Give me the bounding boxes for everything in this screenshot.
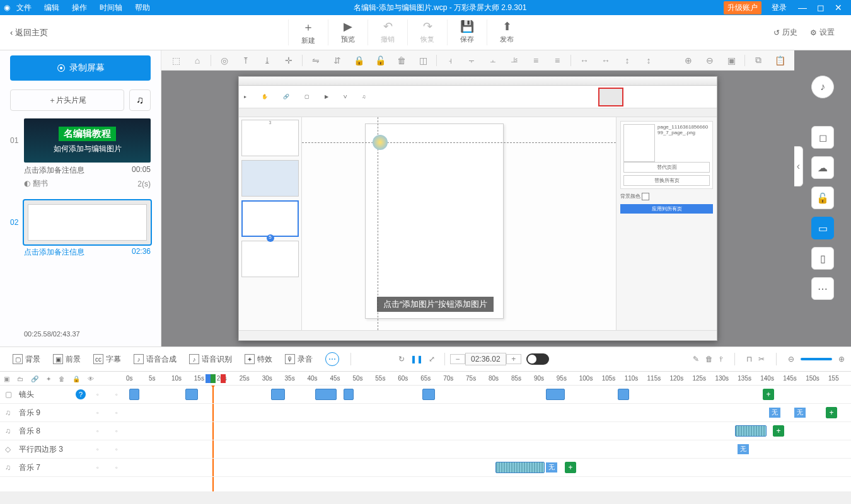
settings-button[interactable]: ⚙设置 (804, 27, 841, 38)
canvas[interactable]: ▸✋🔗▢▶V♫ 3 5 (161, 71, 794, 346)
clip-note[interactable]: 点击添加备注信息 (24, 247, 84, 258)
track-shape[interactable]: ◇平行四边形 3 ◦◦ 无 (0, 440, 851, 459)
tool-paste[interactable]: 📋 (769, 53, 790, 68)
tool-unlock[interactable]: 🔓 (369, 53, 391, 68)
clip-item-2[interactable]: 02 点击添加备注信息02:36 (10, 200, 151, 260)
record-screen-button[interactable]: ⦿录制屏幕 (10, 55, 151, 81)
tool-home[interactable]: ⌂ (187, 53, 208, 68)
tt-fg[interactable]: ▣前景 (47, 354, 87, 365)
maximize-button[interactable]: ◻ (812, 3, 830, 13)
tt-asr[interactable]: ♪语音识别 (183, 354, 238, 365)
clip-thumbnail[interactable]: 名编辑教程 如何添加与编辑图片 (24, 118, 151, 163)
tl-trash[interactable]: 🗑 (705, 355, 713, 364)
tool-a2[interactable]: ⫟ (461, 53, 482, 68)
tt-bg[interactable]: ▢背景 (6, 354, 47, 365)
tool-align-top[interactable]: ⤒ (235, 53, 257, 68)
zoom-out[interactable]: ⊖ (699, 53, 721, 68)
rt-trash-icon[interactable]: 🗑 (59, 375, 65, 382)
save-button[interactable]: 💾保存 (447, 20, 487, 45)
clip-thumbnail[interactable] (24, 200, 151, 244)
track-music9[interactable]: ♫音乐 9 ◦◦ 无 无 + (0, 404, 851, 422)
tool-flip-h[interactable]: ⇋ (305, 53, 327, 68)
transition-name[interactable]: 翻书 (33, 179, 48, 188)
fullscreen-button[interactable]: ⤢ (424, 355, 439, 364)
back-home-button[interactable]: ‹ 返回主页 (0, 27, 58, 38)
tl-filter[interactable]: ⫯ (719, 355, 723, 364)
timeline[interactable]: ▢镜头 ? ◦◦ + ♫音乐 9 ◦◦ 无 无 + ♫音乐 8 ◦◦ + (0, 386, 851, 491)
close-button[interactable]: ✕ (830, 3, 847, 13)
tool-d1[interactable]: ↔ (574, 53, 595, 68)
tool-lock[interactable]: 🔒 (348, 53, 369, 68)
loop-button[interactable]: ↻ (394, 355, 409, 364)
tc-plus[interactable]: + (506, 354, 521, 364)
tool-cursor[interactable]: ⬚ (165, 53, 187, 68)
tool-a5[interactable]: ≡ (525, 53, 547, 68)
upgrade-button[interactable]: 升级账户 (724, 1, 761, 14)
timeline-ruler[interactable]: ▣ 🗀 🔗 ✦ 🗑 🔒 👁 0s5s10s15s20s25s30s35s40s4… (0, 372, 851, 386)
tt-tts[interactable]: ♪语音合成 (127, 354, 183, 365)
rt-eye-icon[interactable]: 👁 (88, 375, 94, 382)
rt-cloud[interactable]: ☁ (811, 156, 834, 179)
tool-a1[interactable]: ⫞ (439, 53, 461, 68)
history-button[interactable]: ↺历史 (767, 27, 804, 38)
tl-cut[interactable]: ✂ (758, 355, 765, 364)
tool-d4[interactable]: ↕ (638, 53, 659, 68)
rt-link-icon[interactable]: 🔗 (31, 375, 38, 382)
tool-d3[interactable]: ↕ (617, 53, 638, 68)
minimize-button[interactable]: — (793, 3, 812, 13)
tool-d2[interactable]: ↔ (595, 53, 617, 68)
tool-crop[interactable]: ◫ (412, 53, 434, 68)
preview-button[interactable]: ▶预览 (328, 20, 368, 45)
tl-edit[interactable]: ✎ (693, 355, 699, 364)
rt-music[interactable]: ♪ (811, 76, 834, 98)
rt-mobile[interactable]: ▯ (811, 247, 834, 270)
track-camera[interactable]: ▢镜头 ? ◦◦ + (0, 386, 851, 404)
clip-note[interactable]: 点击添加备注信息 (24, 165, 84, 176)
menu-action[interactable]: 操作 (66, 3, 93, 13)
tool-target[interactable]: ◎ (214, 53, 235, 68)
tool-a3[interactable]: ⫠ (482, 53, 504, 68)
tool-delete[interactable]: 🗑 (391, 53, 412, 68)
track-music7[interactable]: ♫音乐 7 ◦◦ 无 + (0, 459, 851, 477)
menu-help[interactable]: 帮助 (129, 3, 156, 13)
tool-align-bottom[interactable]: ⤓ (257, 53, 278, 68)
tool-a6[interactable]: ≡ (547, 53, 568, 68)
menu-timeline[interactable]: 时间轴 (93, 3, 129, 13)
rt-more[interactable]: ⋯ (811, 277, 834, 300)
pause-button[interactable]: ❚❚ (409, 355, 424, 364)
undo-button[interactable]: ↶撤销 (368, 20, 407, 45)
rt-fx-icon[interactable]: ✦ (46, 375, 51, 382)
rt-camera-icon[interactable]: ▣ (4, 375, 9, 382)
zoom-in[interactable]: ⊕ (678, 53, 699, 68)
clip-item-1[interactable]: 01 名编辑教程 如何添加与编辑图片 点击添加备注信息00:05 ◐翻书2(s) (10, 118, 151, 194)
tl-zoom-out[interactable]: ⊖ (788, 355, 794, 364)
menu-file[interactable]: 文件 (10, 3, 38, 13)
tl-zoom-in[interactable]: ⊕ (838, 355, 845, 364)
login-button[interactable]: 登录 (765, 3, 793, 13)
track-help[interactable]: ? (76, 389, 86, 399)
tl-magnet[interactable]: ⊓ (746, 355, 752, 364)
tc-minus[interactable]: − (450, 354, 465, 364)
tool-align-center[interactable]: ✛ (278, 53, 299, 68)
zoom-fit[interactable]: ▣ (721, 53, 742, 68)
redo-button[interactable]: ↷恢复 (407, 20, 447, 45)
bgm-button[interactable]: ♫ (129, 89, 151, 111)
new-button[interactable]: ＋新建 (288, 20, 328, 45)
rt-lock-icon[interactable]: 🔒 (72, 375, 80, 382)
tt-sub[interactable]: cc字幕 (87, 354, 127, 365)
rt-folder-icon[interactable]: 🗀 (17, 375, 23, 382)
side-expand[interactable]: ‹ (794, 146, 803, 186)
rt-frame[interactable]: ◻ (811, 126, 834, 149)
rt-unlock[interactable]: 🔓 (811, 186, 834, 209)
menu-edit[interactable]: 编辑 (38, 3, 66, 13)
tool-copy[interactable]: ⧉ (748, 53, 769, 68)
tl-zoom-slider[interactable] (801, 358, 832, 360)
tool-a4[interactable]: ⫡ (504, 53, 525, 68)
publish-button[interactable]: ⬆发布 (487, 20, 526, 45)
timecode[interactable]: 02:36.02 (465, 353, 506, 365)
tt-more[interactable]: ⋯ (325, 352, 339, 366)
rt-desktop[interactable]: ▭ (811, 217, 834, 239)
tool-flip-v[interactable]: ⇵ (327, 53, 348, 68)
tt-rec[interactable]: 🎙录音 (279, 354, 319, 365)
head-tail-button[interactable]: ＋ 片头片尾 (10, 89, 124, 111)
